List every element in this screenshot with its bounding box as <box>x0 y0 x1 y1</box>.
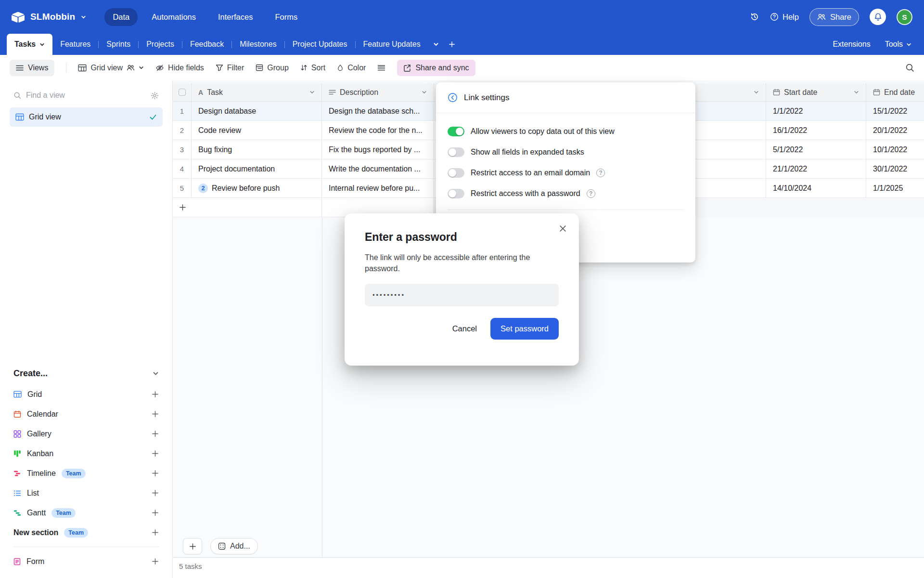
start-date-cell[interactable]: 1/1/2022 <box>766 102 866 120</box>
comment-count-badge[interactable]: 2 <box>198 184 208 193</box>
notifications-button[interactable] <box>870 9 886 25</box>
views-button[interactable]: Views <box>10 60 54 76</box>
description-cell[interactable]: Write the documentation ... <box>322 159 434 178</box>
create-item-gantt[interactable]: Gantt Team <box>10 503 163 523</box>
tab-feedback[interactable]: Feedback <box>182 34 231 55</box>
chevron-down-icon[interactable] <box>422 90 427 95</box>
gear-icon[interactable] <box>151 92 159 100</box>
column-header-start-date[interactable]: Start date <box>766 83 866 101</box>
more-tables-chevron[interactable] <box>428 34 444 55</box>
task-cell[interactable]: Bug fixing <box>192 140 322 159</box>
end-date-cell[interactable]: 15/1/2022 <box>866 102 924 120</box>
share-and-sync-button[interactable]: Share and sync <box>397 60 475 76</box>
extensions-button[interactable]: Extensions <box>833 40 870 49</box>
tab-label: Milestones <box>240 40 276 49</box>
plus-icon[interactable] <box>152 529 159 536</box>
back-icon[interactable] <box>448 92 458 103</box>
tab-tasks[interactable]: Tasks <box>7 34 52 55</box>
column-header-task[interactable]: A Task <box>192 83 322 101</box>
end-date-cell[interactable]: 10/1/2022 <box>866 140 924 159</box>
plus-icon[interactable] <box>152 558 159 565</box>
tab-feature-updates[interactable]: Feature Updates <box>356 34 428 55</box>
column-header-end-date[interactable]: End date <box>866 83 924 101</box>
description-cell[interactable]: Fix the bugs reported by ... <box>322 140 434 159</box>
chevron-down-icon[interactable] <box>309 90 315 95</box>
chevron-down-icon[interactable] <box>754 90 759 95</box>
add-table-button[interactable] <box>444 34 460 55</box>
color-button[interactable]: Color <box>337 64 366 72</box>
toggle-restrict-password[interactable] <box>448 189 464 198</box>
start-date-cell[interactable]: 21/1/2022 <box>766 159 866 178</box>
sidebar-item-grid-view[interactable]: Grid view <box>10 107 163 127</box>
create-item-kanban[interactable]: Kanban <box>10 444 163 463</box>
sort-button[interactable]: Sort <box>300 64 325 72</box>
hide-fields-button[interactable]: Hide fields <box>155 64 204 72</box>
column-header-description[interactable]: Description <box>322 83 434 101</box>
start-date-cell[interactable]: 16/1/2022 <box>766 121 866 140</box>
end-date-cell[interactable]: 30/1/2022 <box>866 159 924 178</box>
toggle-show-all-fields[interactable] <box>448 147 464 157</box>
task-cell[interactable]: 2 Review before push <box>192 179 322 197</box>
nav-data[interactable]: Data <box>104 8 138 26</box>
create-item-grid[interactable]: Grid <box>10 384 163 404</box>
create-item-new-section[interactable]: New section Team <box>10 523 163 542</box>
start-date-cell[interactable]: 14/10/2024 <box>766 179 866 197</box>
tab-projects[interactable]: Projects <box>139 34 182 55</box>
task-cell[interactable]: Project documentation <box>192 159 322 178</box>
tab-project-updates[interactable]: Project Updates <box>285 34 355 55</box>
end-date-cell[interactable]: 20/1/2022 <box>866 121 924 140</box>
plus-icon[interactable] <box>152 450 159 457</box>
start-date-cell[interactable]: 5/1/2022 <box>766 140 866 159</box>
help-icon[interactable]: ? <box>587 189 595 198</box>
toggle-restrict-email-domain[interactable] <box>448 168 464 178</box>
find-view-input[interactable] <box>26 91 146 100</box>
user-avatar[interactable]: S <box>897 9 912 25</box>
plus-icon[interactable] <box>152 430 159 437</box>
password-input[interactable] <box>365 284 559 306</box>
description-cell[interactable]: Review the code for the n... <box>322 121 434 140</box>
tab-sprints[interactable]: Sprints <box>99 34 138 55</box>
description-cell[interactable]: Internal review before pu... <box>322 179 434 197</box>
create-item-list[interactable]: List <box>10 483 163 503</box>
option-restrict-password: Restrict access with a password ? <box>448 183 684 204</box>
tools-button[interactable]: Tools <box>885 40 911 49</box>
plus-icon[interactable] <box>152 489 159 497</box>
create-item-form[interactable]: Form <box>10 552 163 571</box>
plus-icon[interactable] <box>152 391 159 398</box>
plus-icon[interactable] <box>152 470 159 477</box>
nav-interfaces[interactable]: Interfaces <box>210 8 261 26</box>
select-all-cell[interactable] <box>173 83 192 101</box>
row-height-button[interactable] <box>377 65 385 71</box>
help-button[interactable]: Help <box>770 13 799 22</box>
add-more-button[interactable]: Add... <box>210 538 258 554</box>
base-switcher[interactable]: SLMobbin <box>12 12 86 23</box>
task-cell[interactable]: Design database <box>192 102 322 120</box>
toggle-allow-copy[interactable] <box>448 127 464 136</box>
history-icon[interactable] <box>750 12 759 22</box>
cancel-button[interactable]: Cancel <box>452 324 477 333</box>
create-item-timeline[interactable]: Timeline Team <box>10 463 163 483</box>
group-button[interactable]: Group <box>256 64 288 72</box>
plus-icon[interactable] <box>152 509 159 516</box>
share-button[interactable]: Share <box>809 8 859 26</box>
task-cell[interactable]: Code review <box>192 121 322 140</box>
create-item-gallery[interactable]: Gallery <box>10 424 163 444</box>
close-icon[interactable] <box>559 225 566 232</box>
tab-features[interactable]: Features <box>52 34 98 55</box>
filter-button[interactable]: Filter <box>216 64 244 72</box>
create-item-calendar[interactable]: Calendar <box>10 404 163 424</box>
nav-automations[interactable]: Automations <box>143 8 204 26</box>
plus-icon[interactable] <box>152 410 159 418</box>
nav-forms[interactable]: Forms <box>267 8 306 26</box>
create-header[interactable]: Create... <box>10 364 163 384</box>
set-password-button[interactable]: Set password <box>490 318 559 340</box>
add-record-button[interactable] <box>183 538 202 554</box>
help-icon[interactable]: ? <box>596 169 605 177</box>
grid-view-selector[interactable]: Grid view <box>78 64 144 72</box>
task-text: Bug fixing <box>198 145 232 154</box>
end-date-cell[interactable]: 1/1/2025 <box>866 179 924 197</box>
description-cell[interactable]: Design the database sch... <box>322 102 434 120</box>
search-button[interactable] <box>905 63 914 72</box>
chevron-down-icon[interactable] <box>854 90 859 95</box>
tab-milestones[interactable]: Milestones <box>232 34 284 55</box>
